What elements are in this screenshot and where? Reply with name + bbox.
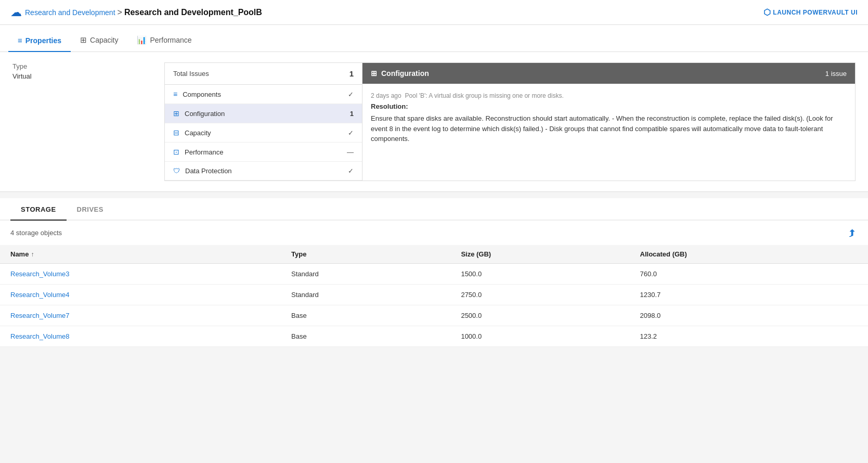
storage-name-cell[interactable]: Research_Volume4 <box>0 285 281 305</box>
storage-table: Name ↑ Type Size (GB) Allocated (GB) Res… <box>0 245 868 347</box>
type-label: Type <box>12 62 148 70</box>
header-left: ☁ Research and Development > Research an… <box>10 6 262 19</box>
storage-allocated-cell: 123.2 <box>630 326 868 347</box>
breadcrumb-separator: > <box>118 8 122 17</box>
header: ☁ Research and Development > Research an… <box>0 0 868 25</box>
launch-powervault-button[interactable]: ⬡ LAUNCH POWERVAULT UI <box>763 7 858 17</box>
tab-drives[interactable]: DRIVES <box>67 198 114 221</box>
storage-type-cell: Standard <box>281 285 450 305</box>
performance-row-icon: ⊡ <box>173 148 179 156</box>
column-header-allocated: Allocated (GB) <box>630 245 868 264</box>
breadcrumb: Research and Development > Research and … <box>25 8 262 17</box>
table-row: Research_Volume3 Standard 1500.0 760.0 <box>0 264 868 285</box>
table-header-row: Name ↑ Type Size (GB) Allocated (GB) <box>0 245 868 264</box>
app-logo-icon: ☁ <box>10 6 22 19</box>
type-block: Type Virtual <box>12 62 148 80</box>
launch-icon: ⬡ <box>763 7 771 17</box>
tab-storage[interactable]: STORAGE <box>10 198 67 221</box>
config-panel: ⊞ Configuration 1 issue 2 days ago Pool … <box>362 63 855 181</box>
breadcrumb-current: Research and Development_PoolB <box>124 8 262 17</box>
config-time: 2 days ago Pool 'B': A virtual disk grou… <box>371 92 847 99</box>
config-panel-count: 1 issue <box>825 70 847 78</box>
issue-row-capacity[interactable]: ⊟ Capacity ✓ <box>165 123 362 143</box>
data-protection-icon: 🛡 <box>173 167 180 175</box>
config-resolution-text: Ensure that spare disks are available. R… <box>371 113 847 144</box>
type-value: Virtual <box>12 72 148 80</box>
export-icon[interactable]: ⮭ <box>847 227 858 239</box>
config-panel-title: Configuration <box>381 69 429 78</box>
tabs-bar: ≡ Properties ⊞ Capacity 📊 Performance <box>0 25 868 52</box>
tab-performance[interactable]: 📊 Performance <box>127 28 201 52</box>
issue-row-performance[interactable]: ⊡ Performance — <box>165 143 362 162</box>
bottom-tabs: STORAGE DRIVES <box>0 198 868 221</box>
config-panel-title-group: ⊞ Configuration <box>371 69 429 78</box>
storage-type-cell: Standard <box>281 264 450 285</box>
capacity-row-icon: ⊟ <box>173 128 179 137</box>
storage-type-cell: Base <box>281 326 450 347</box>
storage-size-cell: 2500.0 <box>450 305 629 326</box>
column-header-type: Type <box>281 245 450 264</box>
config-panel-body: 2 days ago Pool 'B': A virtual disk grou… <box>362 84 855 181</box>
storage-allocated-cell: 760.0 <box>630 264 868 285</box>
issues-header: Total Issues 1 <box>165 63 362 85</box>
storage-allocated-cell: 2098.0 <box>630 305 868 326</box>
column-header-name: Name ↑ <box>0 245 281 264</box>
table-row: Research_Volume7 Base 2500.0 2098.0 <box>0 305 868 326</box>
config-resolution-label: Resolution: <box>371 102 847 110</box>
issue-row-data-protection[interactable]: 🛡 Data Protection ✓ <box>165 162 362 181</box>
column-header-size: Size (GB) <box>450 245 629 264</box>
config-panel-icon: ⊞ <box>371 69 377 78</box>
total-issues-label: Total Issues <box>173 70 209 78</box>
table-row: Research_Volume8 Base 1000.0 123.2 <box>0 326 868 347</box>
tab-properties[interactable]: ≡ Properties <box>8 29 71 52</box>
storage-info-bar: 4 storage objects ⮭ <box>0 221 868 245</box>
config-panel-header: ⊞ Configuration 1 issue <box>362 63 855 84</box>
main-content: Type Virtual Total Issues 1 ≡ Components… <box>0 52 868 347</box>
configuration-icon: ⊞ <box>173 109 179 118</box>
capacity-icon: ⊞ <box>80 35 87 45</box>
storage-count-label: 4 storage objects <box>10 229 62 237</box>
tab-capacity[interactable]: ⊞ Capacity <box>71 28 127 52</box>
storage-size-cell: 1000.0 <box>450 326 629 347</box>
components-icon: ≡ <box>173 90 177 98</box>
total-issues-count: 1 <box>349 69 354 78</box>
properties-section: Type Virtual Total Issues 1 ≡ Components… <box>0 52 868 192</box>
issues-container: Total Issues 1 ≡ Components ✓ ⊞ Configur… <box>164 62 856 181</box>
table-row: Research_Volume4 Standard 2750.0 1230.7 <box>0 285 868 305</box>
issues-list: Total Issues 1 ≡ Components ✓ ⊞ Configur… <box>165 63 362 181</box>
breadcrumb-parent-link[interactable]: Research and Development <box>25 8 115 17</box>
storage-name-cell[interactable]: Research_Volume7 <box>0 305 281 326</box>
storage-allocated-cell: 1230.7 <box>630 285 868 305</box>
issue-row-components[interactable]: ≡ Components ✓ <box>165 85 362 104</box>
storage-size-cell: 2750.0 <box>450 285 629 305</box>
storage-section: 4 storage objects ⮭ Name ↑ Type Size (GB… <box>0 221 868 347</box>
storage-name-cell[interactable]: Research_Volume3 <box>0 264 281 285</box>
storage-type-cell: Base <box>281 305 450 326</box>
config-resolution-block: Resolution: Ensure that spare disks are … <box>371 102 847 144</box>
storage-size-cell: 1500.0 <box>450 264 629 285</box>
storage-name-cell[interactable]: Research_Volume8 <box>0 326 281 347</box>
issue-row-configuration[interactable]: ⊞ Configuration 1 <box>165 104 362 123</box>
properties-icon: ≡ <box>18 36 22 45</box>
sort-arrow-icon[interactable]: ↑ <box>31 251 34 258</box>
performance-icon: 📊 <box>137 35 147 45</box>
